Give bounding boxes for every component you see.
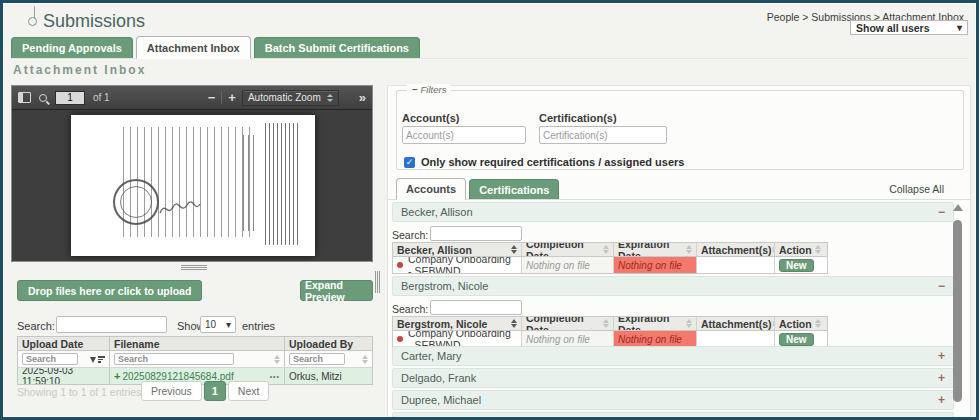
sort-icon[interactable] xyxy=(511,319,517,328)
sort-icon[interactable] xyxy=(686,319,692,328)
collapse-icon: − xyxy=(938,205,945,219)
zoom-mode-value: Automatic Zoom xyxy=(248,92,321,103)
zoom-in-button[interactable]: + xyxy=(228,91,236,104)
column-header-action[interactable]: Action xyxy=(775,317,825,330)
pagination: Previous 1 Next xyxy=(141,381,269,401)
tab-underline xyxy=(388,199,970,200)
filters-legend[interactable]: −Filters xyxy=(407,84,451,95)
sort-icon[interactable] xyxy=(274,355,280,364)
expand-icon: + xyxy=(938,349,945,363)
column-header-filename[interactable]: Filename xyxy=(110,337,285,350)
page-size-value: 10 xyxy=(205,319,216,330)
right-tabbar: Accounts Certifications xyxy=(396,178,559,199)
uploaded-by-filter-input[interactable] xyxy=(289,353,345,365)
uploaded-by-cell: Orkus, Mitzi xyxy=(285,368,372,384)
uploads-search-input[interactable] xyxy=(56,316,167,333)
tab-batch-submit-certifications[interactable]: Batch Submit Certifications xyxy=(254,37,420,58)
chevron-down-icon: ▾ xyxy=(226,319,231,330)
column-header-action[interactable]: Action xyxy=(775,243,825,256)
sort-icon[interactable] xyxy=(686,245,692,254)
collapse-icon: − xyxy=(412,84,418,95)
becker-cert-table: Becker, Allison Completion Date Expirati… xyxy=(392,242,828,274)
next-page-button[interactable]: Next xyxy=(228,381,270,401)
sort-icon[interactable] xyxy=(511,245,517,254)
bergstrom-search-input[interactable] xyxy=(430,300,522,315)
document-signature-decoration xyxy=(159,199,201,219)
zoom-out-button[interactable]: − xyxy=(208,91,216,104)
accordion-header-dupree[interactable]: Dupree, Michael + xyxy=(392,390,954,410)
upload-date-filter-input[interactable] xyxy=(22,353,78,365)
resize-handle-horizontal[interactable] xyxy=(181,265,207,271)
certification-name: Company Onboarding - SEBWND xyxy=(408,331,517,347)
only-required-checkbox[interactable]: ✓ xyxy=(404,157,415,168)
show-all-users-select[interactable]: Show all users ▾ xyxy=(850,20,968,35)
search-icon[interactable] xyxy=(39,94,47,102)
new-submission-button[interactable]: New xyxy=(779,333,814,346)
scanned-document-preview xyxy=(71,115,315,256)
sort-icon[interactable] xyxy=(815,319,821,328)
document-text-decoration xyxy=(265,123,299,245)
column-header-completion[interactable]: Completion Date xyxy=(522,317,614,330)
column-header-name[interactable]: Becker, Allison xyxy=(393,243,522,256)
show-all-users-value: Show all users xyxy=(856,22,930,34)
sort-icon[interactable] xyxy=(815,245,821,254)
expiration-date-cell: Nothing on file xyxy=(614,331,697,347)
accordion-header-halvorson[interactable]: Halvorson, Teresa + xyxy=(392,412,954,420)
column-header-expiration[interactable]: Expiration Date xyxy=(614,243,697,256)
tab-certifications[interactable]: Certifications xyxy=(469,179,559,199)
accounts-filter-input[interactable] xyxy=(402,126,526,144)
accordion-header-bergstrom[interactable]: Bergstrom, Nicole − xyxy=(392,276,954,296)
expand-preview-button[interactable]: Expand Preview xyxy=(300,280,373,301)
zoom-mode-select[interactable]: Automatic Zoom xyxy=(242,90,339,106)
accordion-header-becker[interactable]: Becker, Allison − xyxy=(392,202,954,222)
section-search-label: Search: xyxy=(392,229,428,241)
tab-pending-approvals[interactable]: Pending Approvals xyxy=(11,37,133,58)
uploads-search-label: Search: xyxy=(17,320,55,332)
row-actions-button[interactable]: ••• xyxy=(270,373,280,380)
becker-search-input[interactable] xyxy=(430,226,522,241)
sidebar-toggle-icon[interactable] xyxy=(18,92,31,103)
upload-date-cell: 2025-09-03 11:59:10 xyxy=(18,368,110,384)
scrollbar[interactable] xyxy=(953,204,962,415)
accordion-header-carter[interactable]: Carter, Mary + xyxy=(392,346,954,366)
toolbar-more-button[interactable]: » xyxy=(359,90,366,105)
filename-filter-input[interactable] xyxy=(114,353,234,365)
collapse-all-link[interactable]: Collapse All xyxy=(889,183,944,195)
resize-handle-vertical[interactable] xyxy=(375,271,380,293)
sort-icon[interactable] xyxy=(362,355,368,364)
previous-page-button[interactable]: Previous xyxy=(141,381,202,401)
sort-icon[interactable] xyxy=(603,319,609,328)
tab-attachment-inbox[interactable]: Attachment Inbox xyxy=(136,36,251,59)
column-header-expiration[interactable]: Expiration Date xyxy=(614,317,697,330)
sort-desc-icon[interactable] xyxy=(90,355,105,363)
app-window: Submissions People > Submissions > Attac… xyxy=(0,0,979,420)
accordion-header-delgado[interactable]: Delgado, Frank + xyxy=(392,368,954,388)
document-text-decoration xyxy=(243,135,257,231)
column-header-uploaded-by[interactable]: Uploaded By xyxy=(285,337,372,350)
only-required-label: Only show required certifications / assi… xyxy=(421,156,684,168)
toolbar-divider xyxy=(221,91,222,104)
page-number-input[interactable] xyxy=(55,91,85,105)
certifications-filter-input[interactable] xyxy=(539,126,667,144)
pdf-canvas-area[interactable] xyxy=(12,110,372,261)
bergstrom-cert-table: Bergstrom, Nicole Completion Date Expira… xyxy=(392,316,828,348)
new-submission-button[interactable]: New xyxy=(779,259,814,272)
scroll-up-arrow-icon[interactable] xyxy=(953,204,963,211)
column-header-attachments[interactable]: Attachment(s) xyxy=(697,317,775,330)
section-title: Attachment Inbox xyxy=(13,63,146,77)
current-page-button[interactable]: 1 xyxy=(204,381,226,401)
main-tabbar: Pending Approvals Attachment Inbox Batch… xyxy=(11,36,968,59)
scrollbar-thumb[interactable] xyxy=(953,220,962,402)
column-header-name[interactable]: Bergstrom, Nicole xyxy=(393,317,522,330)
column-header-upload-date[interactable]: Upload Date xyxy=(18,337,110,350)
tab-accounts[interactable]: Accounts xyxy=(396,178,466,200)
pdf-toolbar: of 1 − + Automatic Zoom » xyxy=(12,86,372,110)
expiration-date-cell: Nothing on file xyxy=(614,257,697,273)
column-header-attachments[interactable]: Attachment(s) xyxy=(697,243,775,256)
column-header-completion[interactable]: Completion Date xyxy=(522,243,614,256)
completion-date-cell: Nothing on file xyxy=(522,331,614,347)
expand-icon: + xyxy=(938,415,945,420)
upload-dropzone-button[interactable]: Drop files here or click to upload xyxy=(17,280,202,301)
page-size-select[interactable]: 10 ▾ xyxy=(200,316,236,333)
sort-icon[interactable] xyxy=(603,245,609,254)
